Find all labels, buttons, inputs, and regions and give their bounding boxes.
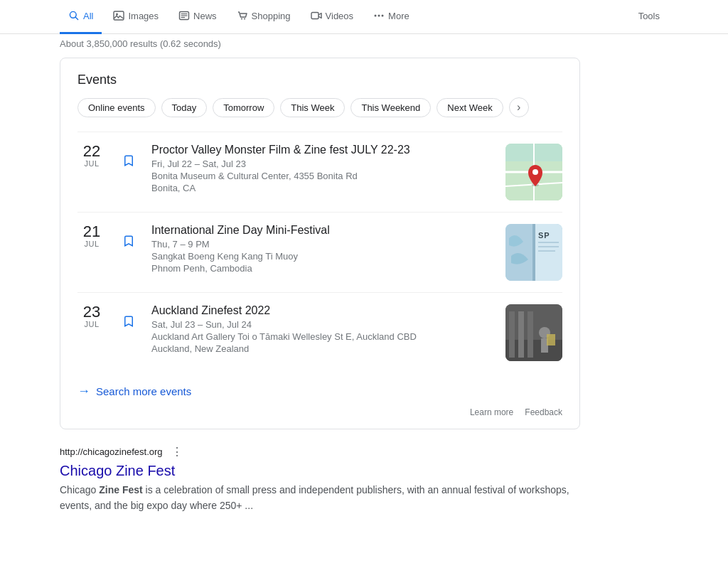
filter-next-arrow[interactable]: ›: [509, 97, 529, 117]
learn-more-link[interactable]: Learn more: [470, 407, 513, 417]
map-thumbnail: [505, 144, 562, 200]
nav-item-news[interactable]: News: [170, 0, 225, 34]
nav-item-videos[interactable]: Videos: [302, 0, 363, 34]
pill-this-weekend[interactable]: This Weekend: [350, 98, 431, 117]
organic-result: http://chicagozinefest.org ⋮ Chicago Zin…: [60, 435, 580, 522]
nav-item-all[interactable]: All: [60, 0, 102, 34]
svg-point-13: [382, 15, 384, 17]
shopping-icon: [237, 10, 248, 21]
svg-rect-23: [532, 224, 535, 281]
svg-line-1: [75, 17, 78, 20]
feedback-link[interactable]: Feedback: [525, 407, 562, 417]
event-details-3: Auckland Zinefest 2022 Sat, Jul 23 – Sun…: [151, 304, 494, 354]
svg-rect-35: [547, 334, 555, 345]
card-footer: Learn more Feedback: [77, 402, 562, 417]
svg-rect-10: [311, 13, 318, 19]
nav-label-all: All: [83, 11, 93, 21]
result-title[interactable]: Chicago Zine Fest: [60, 463, 580, 479]
event-item-1: 22 JUL Proctor Valley Monster Film & Zin…: [77, 132, 562, 212]
result-url-text: http://chicagozinefest.org: [60, 446, 163, 457]
pill-today[interactable]: Today: [161, 98, 208, 117]
video-icon: [311, 10, 322, 21]
result-menu-icon[interactable]: ⋮: [168, 444, 186, 460]
svg-point-8: [241, 18, 242, 20]
image-icon: [113, 10, 124, 21]
event-item-2: 21 JUL International Zine Day Mini-Festi…: [77, 212, 562, 292]
event-date-3: 23 JUL: [77, 304, 106, 328]
auckland-thumbnail: [505, 304, 562, 361]
svg-rect-30: [509, 311, 515, 358]
svg-point-9: [244, 18, 245, 20]
search-more-arrow-icon: →: [77, 384, 90, 399]
results-info: About 3,850,000 results (0.62 seconds): [0, 34, 728, 58]
svg-rect-2: [114, 11, 124, 20]
nav-item-more[interactable]: More: [365, 0, 418, 34]
nav-item-images[interactable]: Images: [105, 0, 167, 34]
event-bookmark-1[interactable]: [117, 149, 140, 172]
svg-rect-32: [528, 311, 533, 358]
events-card: Events Online events Today Tomorrow This…: [60, 58, 580, 429]
result-snippet: Chicago Zine Fest is a celebration of sm…: [60, 482, 580, 513]
search-more-label: Search more events: [96, 385, 191, 397]
svg-text:SP: SP: [538, 231, 550, 240]
event-item-3: 23 JUL Auckland Zinefest 2022 Sat, Jul 2…: [77, 292, 562, 373]
search-more-events[interactable]: → Search more events: [77, 373, 562, 402]
event-image-1: [505, 144, 562, 200]
nav-item-shopping[interactable]: Shopping: [228, 0, 299, 34]
events-title: Events: [77, 73, 562, 87]
svg-point-3: [116, 14, 118, 16]
event-image-2: SP: [505, 224, 562, 281]
nav-label-more: More: [388, 11, 410, 21]
nav-label-shopping: Shopping: [252, 11, 291, 21]
pill-this-week[interactable]: This Week: [280, 98, 345, 117]
event-bookmark-3[interactable]: [117, 310, 140, 333]
tools-button[interactable]: Tools: [630, 0, 668, 34]
more-icon: [373, 10, 385, 21]
result-url-row: http://chicagozinefest.org ⋮: [60, 444, 580, 460]
svg-point-12: [378, 15, 380, 17]
event-bookmark-2[interactable]: [117, 230, 140, 252]
news-icon: [178, 10, 190, 21]
zine-thumbnail: SP: [505, 224, 562, 281]
event-details-1: Proctor Valley Monster Film & Zine fest …: [151, 144, 494, 193]
svg-point-11: [375, 15, 377, 17]
search-icon: [68, 10, 80, 21]
top-nav: All Images News: [0, 0, 728, 34]
svg-rect-21: [505, 224, 534, 281]
svg-point-20: [532, 169, 538, 175]
svg-rect-31: [518, 311, 524, 358]
pill-next-week[interactable]: Next Week: [437, 98, 503, 117]
event-image-3: [505, 304, 562, 361]
pill-online-events[interactable]: Online events: [77, 98, 156, 117]
event-date-2: 21 JUL: [77, 224, 106, 248]
main-content: Events Online events Today Tomorrow This…: [0, 58, 640, 522]
event-date-1: 22 JUL: [77, 144, 106, 168]
event-details-2: International Zine Day Mini-Festival Thu…: [151, 224, 494, 274]
filter-pills: Online events Today Tomorrow This Week T…: [77, 97, 562, 117]
nav-label-news: News: [193, 11, 217, 21]
nav-label-videos: Videos: [326, 11, 354, 21]
nav-label-images: Images: [128, 11, 159, 21]
pill-tomorrow[interactable]: Tomorrow: [213, 98, 274, 117]
